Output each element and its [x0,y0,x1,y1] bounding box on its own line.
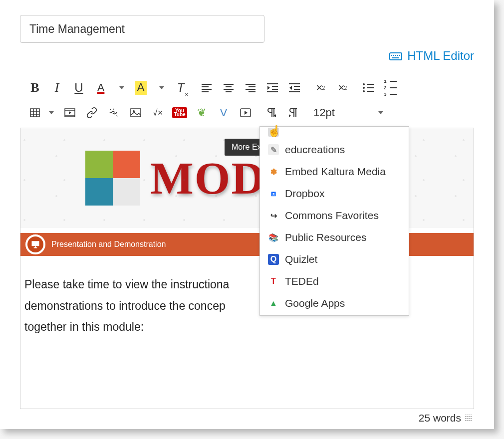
bold-button[interactable]: B [24,78,46,98]
clear-formatting-button[interactable]: T [170,78,192,98]
superscript-button[interactable]: ×2 [309,78,331,98]
bullet-list-button[interactable] [357,78,379,98]
presentation-icon [25,234,45,254]
svg-rect-6 [392,57,399,58]
dropdown-item-commons[interactable]: ↪Commons Favorites [260,205,409,226]
commons-icon: ↪ [268,210,279,221]
subscript-button[interactable]: ×2 [331,78,353,98]
dropdown-item-label: TEDEd [285,275,319,287]
align-right-button[interactable] [240,78,261,98]
svg-rect-3 [395,55,396,56]
dropdown-item-public[interactable]: 📚Public Resources [260,226,409,248]
teded-icon: T [268,276,279,287]
indent-button[interactable] [283,78,305,98]
dropdown-item-label: Google Apps [285,297,345,309]
dropdown-item-educreations[interactable]: ✎educreations [260,139,409,161]
bg-color-dropdown[interactable] [152,78,170,98]
rich-text-toolbar: B I U A A T ×2 ×2 123 [20,72,474,128]
googleapps-icon: ▲ [268,298,279,309]
chevron-down-icon [378,111,383,114]
video-button[interactable] [59,103,81,123]
link-button[interactable] [81,103,103,123]
dropdown-item-label: Quizlet [285,253,317,265]
cursor-icon: ☝ [267,125,281,138]
editor-footer: 25 words [20,409,474,424]
dropdown-item-kaltura[interactable]: ✽Embed Kaltura Media [260,161,409,183]
dropdown-item-label: educreations [285,144,345,156]
external-tools-dropdown: ✎educreations✽Embed Kaltura Media⧈Dropbo… [259,126,409,316]
html-editor-toggle-row: HTML Editor [20,49,474,63]
dropdown-item-cut[interactable] [260,128,409,139]
table-dropdown[interactable] [46,103,55,123]
underline-button[interactable]: U [68,78,90,98]
dropdown-item-label: Commons Favorites [285,210,379,221]
align-left-button[interactable] [196,78,218,98]
keyboard-icon [389,51,402,61]
resize-handle[interactable] [465,415,472,422]
dropdown-item-teded[interactable]: TTEDEd [260,270,409,292]
text-color-button[interactable]: A [90,78,112,98]
svg-rect-12 [32,241,39,246]
dropdown-item-dropbox[interactable]: ⧈Dropbox [260,183,409,205]
html-editor-link[interactable]: HTML Editor [407,49,474,63]
dropdown-item-quizlet[interactable]: QQuizlet [260,248,409,270]
educreations-icon: ✎ [268,144,279,155]
section-label: Presentation and Demonstration [51,240,166,249]
kaltura-icon: ✽ [268,166,279,177]
align-center-button[interactable] [218,78,240,98]
unlink-button[interactable] [103,103,125,123]
quizlet-icon: Q [268,254,279,265]
youtube-button[interactable]: YouTube [169,103,191,123]
font-size-select[interactable]: 12pt [308,104,388,121]
svg-rect-4 [397,55,398,56]
media-play-button[interactable] [235,103,256,123]
svg-rect-9 [131,109,141,117]
rtl-button[interactable] [282,103,304,123]
table-button[interactable] [24,103,46,123]
page-title-input[interactable] [20,15,264,43]
svg-rect-5 [399,55,400,56]
italic-button[interactable]: I [46,78,68,98]
svg-rect-1 [391,55,392,56]
text-color-dropdown[interactable] [112,78,130,98]
word-count: 25 words [419,412,461,424]
numbered-list-button[interactable]: 123 [379,78,401,98]
youtube-icon: YouTube [172,107,187,118]
svg-rect-7 [30,109,39,117]
dropbox-icon: ⧈ [268,188,279,199]
svg-rect-2 [393,55,394,56]
outdent-button[interactable] [261,78,283,98]
ltr-button[interactable] [260,103,282,123]
external-tools-button[interactable]: V [213,103,235,123]
dropdown-item-label: Dropbox [285,188,324,200]
image-button[interactable] [125,103,147,123]
bg-color-button[interactable]: A [130,78,152,98]
dropdown-item-label: Public Resources [285,231,366,243]
dropdown-item-googleapps[interactable]: ▲Google Apps [260,292,409,314]
editor-frame: HTML Editor B I U A A T ×2 ×2 123 [0,0,494,429]
svg-rect-0 [390,53,402,60]
leaf-tool-button[interactable]: ❦ [191,103,213,123]
public-icon: 📚 [268,232,279,243]
math-equation-button[interactable]: √× [147,103,169,123]
dropdown-item-label: Embed Kaltura Media [285,166,386,178]
puzzle-icon [85,151,140,206]
